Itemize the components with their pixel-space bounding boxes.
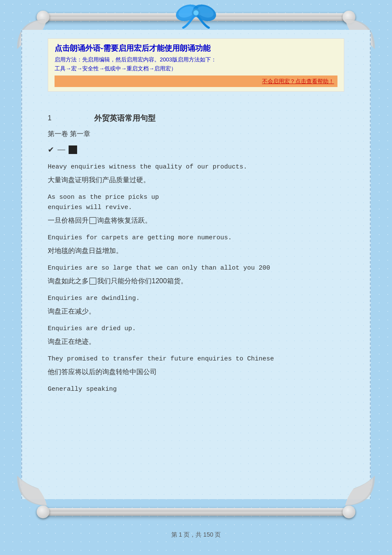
english-text-1: As soon as the price picks upenquiries w…	[48, 192, 344, 213]
paper-body: 点击朗诵外语-需要启用宏后才能使用朗诵功能 启用方法：先启用编辑，然后启用宏内容…	[21, 30, 371, 499]
chinese-text-4: 询盘正在减少。	[48, 307, 344, 316]
content-area: 1 外贸英语常用句型 第一卷 第一章 ✔ — Heavy enquiries w…	[48, 100, 344, 402]
content-item-4: Enquiries are dwindling. 询盘正在减少。	[48, 293, 344, 316]
content-item-3: Enquiries are so large that we can only …	[48, 263, 344, 286]
content-item-5: Enquiries are dried up. 询盘正在绝迹。	[48, 324, 344, 346]
help-link[interactable]: 不会启用宏？点击查看帮助！	[262, 78, 334, 84]
dash-separator: —	[58, 145, 65, 154]
svg-point-5	[193, 10, 199, 15]
bow-decoration	[175, 0, 217, 30]
doc-title: 外贸英语常用句型	[94, 113, 156, 123]
english-text-3: Enquiries are so large that we can only …	[48, 263, 344, 273]
page-footer: 第 1 页，共 150 页	[171, 525, 221, 545]
chapter-line: 第一卷 第一章	[48, 130, 344, 139]
doc-number-line: 1 外贸英语常用句型	[48, 113, 344, 123]
chinese-text-1: 一旦价格回升询盘将恢复活跃。	[48, 216, 344, 225]
chinese-text-5: 询盘正在绝迹。	[48, 337, 344, 346]
english-text-2: Enquiries for carpets are getting more n…	[48, 233, 344, 243]
inline-box-1	[89, 217, 96, 224]
chinese-text-6: 他们答应将以后的询盘转给中国公司	[48, 368, 344, 377]
content-item-6: They promised to transfer their future e…	[48, 354, 344, 377]
scroll-knob-bottom-left	[37, 506, 49, 518]
content-item-1: As soon as the price picks upenquiries w…	[48, 192, 344, 225]
scroll-top	[21, 4, 371, 30]
help-link-bar: 不会启用宏？点击查看帮助！	[55, 76, 337, 87]
notification-body-line2: 工具→宏→安全性→低或中→重启文档→启用宏）	[55, 65, 176, 72]
chinese-text-2: 对地毯的询盘日益增加。	[48, 247, 344, 256]
notification-body-line1: 启用方法：先启用编辑，然后启用宏内容。2003版启用方法如下：	[55, 56, 216, 63]
scroll-container: 点击朗诵外语-需要启用宏后才能使用朗诵功能 启用方法：先启用编辑，然后启用宏内容…	[21, 0, 371, 525]
content-item-2: Enquiries for carpets are getting more n…	[48, 233, 344, 256]
black-box	[69, 145, 77, 154]
notification-body: 启用方法：先启用编辑，然后启用宏内容。2003版启用方法如下： 工具→宏→安全性…	[55, 55, 337, 73]
notification-banner: 点击朗诵外语-需要启用宏后才能使用朗诵功能 启用方法：先启用编辑，然后启用宏内容…	[48, 38, 344, 92]
english-text-0: Heavy enquiries witness the quality of o…	[48, 162, 344, 172]
doc-number: 1	[48, 114, 52, 122]
scroll-knob-bottom-right	[343, 506, 355, 518]
page-number: 第 1 页，共 150 页	[171, 531, 221, 538]
chinese-text-3: 询盘如此之多我们只能分给你们1200箱货。	[48, 277, 344, 286]
checkbox-line: ✔ —	[48, 145, 344, 154]
english-text-4: Enquiries are dwindling.	[48, 293, 344, 304]
scroll-bottom-bar	[39, 508, 353, 516]
content-item-0: Heavy enquiries witness the quality of o…	[48, 162, 344, 185]
inline-box-3	[89, 278, 96, 285]
scroll-bottom	[21, 499, 371, 525]
content-item-7: Generally speaking	[48, 384, 344, 395]
english-text-6: They promised to transfer their future e…	[48, 354, 344, 364]
chinese-text-0: 大量询盘证明我们产品质量过硬。	[48, 176, 344, 185]
notification-title: 点击朗诵外语-需要启用宏后才能使用朗诵功能	[55, 43, 337, 53]
english-text-5: Enquiries are dried up.	[48, 324, 344, 334]
checkmark-icon: ✔	[48, 145, 54, 154]
english-text-7: Generally speaking	[48, 384, 344, 395]
